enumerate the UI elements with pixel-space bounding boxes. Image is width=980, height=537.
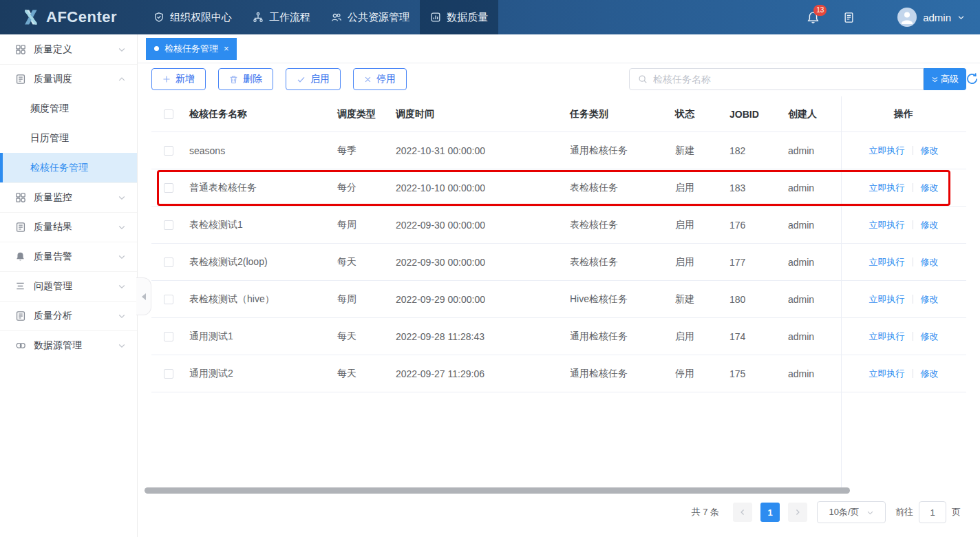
disable-button[interactable]: 停用 xyxy=(353,68,407,90)
document-shortcut[interactable] xyxy=(843,12,855,23)
nav-item-org-center[interactable]: 组织权限中心 xyxy=(143,0,242,34)
row-checkbox[interactable] xyxy=(164,295,173,304)
sidebar-item-quality-analysis[interactable]: 质量分析 xyxy=(0,301,137,330)
cross-icon xyxy=(364,76,372,83)
modify-link[interactable]: 修改 xyxy=(921,368,939,380)
sidebar-item-quality-results[interactable]: 质量结果 xyxy=(0,212,137,242)
document-icon xyxy=(15,222,26,233)
refresh-icon[interactable] xyxy=(966,72,979,85)
row-checkbox[interactable] xyxy=(164,146,173,156)
bell-icon xyxy=(15,251,26,262)
page-size-select[interactable]: 10条/页 xyxy=(817,501,886,523)
modify-link[interactable]: 修改 xyxy=(921,182,939,194)
sidebar-item-calendar-management[interactable]: 日历管理 xyxy=(0,123,137,153)
table-row: 表检核测试2(loop) 每天 2022-09-30 00:00:00 表检核任… xyxy=(151,244,966,281)
execute-now-link[interactable]: 立即执行 xyxy=(869,330,905,343)
next-page-button[interactable] xyxy=(788,503,807,522)
tab-check-task-management[interactable]: 检核任务管理 × xyxy=(146,38,237,60)
cell-status: 新建 xyxy=(675,145,729,157)
modify-link[interactable]: 修改 xyxy=(921,219,939,231)
sidebar-sublabel: 日历管理 xyxy=(30,132,69,145)
cell-status: 停用 xyxy=(675,368,729,380)
cell-operations: 立即执行 修改 xyxy=(841,256,966,268)
search-input[interactable] xyxy=(653,74,923,85)
page-number-1[interactable]: 1 xyxy=(760,503,780,522)
toolbar: 新增 删除 启用 停用 高级 xyxy=(151,68,966,90)
table-row: 表检核测试1 每周 2022-09-30 00:00:00 表检核任务 启用 1… xyxy=(151,207,966,244)
nav-item-workflow[interactable]: 工作流程 xyxy=(242,0,321,34)
goto-page: 前往 页 xyxy=(895,501,961,523)
cell-schedule-type: 每季 xyxy=(337,145,396,157)
modify-link[interactable]: 修改 xyxy=(921,293,939,306)
action-divider xyxy=(913,183,913,192)
horizontal-scrollbar[interactable] xyxy=(145,487,850,494)
row-checkbox-cell xyxy=(151,146,186,156)
sidebar-item-quality-definition[interactable]: 质量定义 xyxy=(0,34,137,64)
bar-chart-icon xyxy=(430,12,441,23)
add-button[interactable]: 新增 xyxy=(151,68,206,90)
total-count: 共 7 条 xyxy=(692,506,719,518)
row-checkbox[interactable] xyxy=(164,220,173,230)
sidebar-item-issue-management[interactable]: 问题管理 xyxy=(0,271,137,301)
cell-category: Hive检核任务 xyxy=(570,293,675,306)
sidebar-item-quality-scheduling[interactable]: 质量调度 xyxy=(0,64,137,94)
sidebar-item-quality-alerts[interactable]: 质量告警 xyxy=(0,242,137,271)
execute-now-link[interactable]: 立即执行 xyxy=(869,219,905,231)
table-body: seasons 每季 2022-10-31 00:00:00 通用检核任务 新建… xyxy=(151,132,966,392)
user-menu[interactable]: admin xyxy=(897,8,965,27)
enable-button[interactable]: 启用 xyxy=(286,68,341,90)
row-checkbox[interactable] xyxy=(164,183,173,193)
document-icon xyxy=(15,74,26,85)
app-logo[interactable]: AFCenter xyxy=(21,8,143,27)
cell-schedule-time: 2022-09-27 11:29:06 xyxy=(396,368,570,379)
nav-item-public-resources[interactable]: 公共资源管理 xyxy=(321,0,420,34)
table-row: seasons 每季 2022-10-31 00:00:00 通用检核任务 新建… xyxy=(151,132,966,169)
avatar xyxy=(897,8,917,27)
delete-button[interactable]: 删除 xyxy=(218,68,273,90)
cell-status: 启用 xyxy=(675,256,729,268)
column-header-jobid: JOBID xyxy=(729,109,788,120)
execute-now-link[interactable]: 立即执行 xyxy=(869,293,905,306)
modify-link[interactable]: 修改 xyxy=(921,256,939,268)
navbar-right: 13 admin xyxy=(807,8,965,27)
fixed-column-separator xyxy=(841,96,842,487)
prev-page-button[interactable] xyxy=(733,503,752,522)
execute-now-link[interactable]: 立即执行 xyxy=(869,182,905,194)
chevron-down-icon xyxy=(118,45,126,54)
row-checkbox[interactable] xyxy=(164,332,173,341)
execute-now-link[interactable]: 立即执行 xyxy=(869,256,905,268)
cell-schedule-time: 2022-09-29 00:00:00 xyxy=(396,294,570,305)
goto-page-input[interactable] xyxy=(919,501,946,523)
cell-operations: 立即执行 修改 xyxy=(841,368,966,380)
cell-jobid: 176 xyxy=(729,220,788,231)
cell-status: 启用 xyxy=(675,182,729,194)
advanced-search-button[interactable]: 高级 xyxy=(924,68,966,90)
row-checkbox[interactable] xyxy=(164,369,173,379)
sidebar-item-check-task-management[interactable]: 检核任务管理 xyxy=(0,153,137,182)
active-dot-icon xyxy=(154,46,159,51)
sidebar-item-frequency-management[interactable]: 频度管理 xyxy=(0,94,137,123)
select-all-checkbox[interactable] xyxy=(164,109,173,119)
sidebar-collapse-handle[interactable] xyxy=(136,277,151,315)
cell-schedule-time: 2022-10-10 00:00:00 xyxy=(396,182,570,193)
task-table: 检核任务名称 调度类型 调度时间 任务类别 状态 JOBID 创建人 操作 se… xyxy=(151,96,966,392)
main-content: 检核任务管理 × 新增 删除 启用 停用 xyxy=(138,34,980,537)
cell-category: 表检核任务 xyxy=(570,182,675,194)
execute-now-link[interactable]: 立即执行 xyxy=(869,368,905,380)
execute-now-link[interactable]: 立即执行 xyxy=(869,145,905,157)
modify-link[interactable]: 修改 xyxy=(921,330,939,343)
sidebar-label: 质量定义 xyxy=(34,43,118,56)
action-divider xyxy=(913,257,913,266)
table-row: 普通表检核任务 每分 2022-10-10 00:00:00 表检核任务 启用 … xyxy=(151,169,966,207)
page-unit-label: 页 xyxy=(952,506,961,518)
sidebar-item-quality-monitoring[interactable]: 质量监控 xyxy=(0,182,137,212)
notification-badge: 13 xyxy=(813,5,827,16)
sidebar-label: 质量结果 xyxy=(34,221,118,233)
sidebar-item-datasource-management[interactable]: 数据源管理 xyxy=(0,330,137,360)
row-checkbox[interactable] xyxy=(164,257,173,267)
modify-link[interactable]: 修改 xyxy=(921,145,939,157)
nav-item-data-quality[interactable]: 数据质量 xyxy=(420,0,498,34)
button-label: 删除 xyxy=(243,73,262,85)
close-icon[interactable]: × xyxy=(224,44,229,53)
notification-bell[interactable]: 13 xyxy=(807,11,820,24)
